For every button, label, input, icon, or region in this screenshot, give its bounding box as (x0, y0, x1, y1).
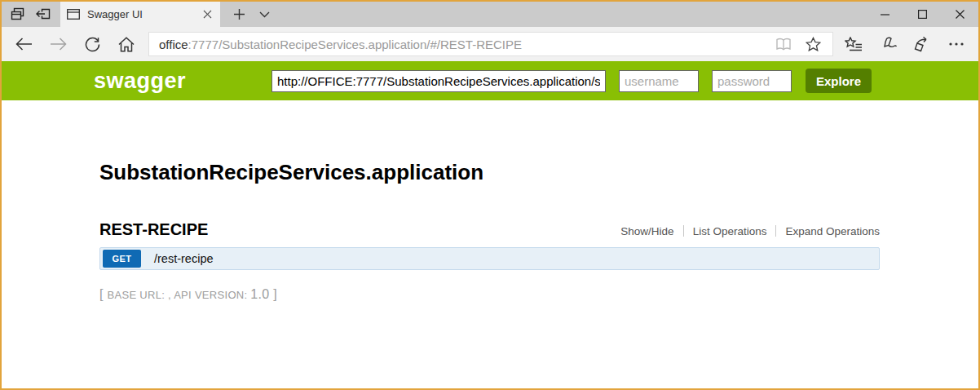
browser-tab[interactable]: Swagger UI (60, 2, 220, 27)
endpoint-row[interactable]: GET /rest-recipe (99, 247, 880, 270)
set-tabs-aside-button[interactable] (30, 2, 55, 27)
tab-preview-button[interactable] (5, 2, 30, 27)
maximize-button[interactable] (903, 2, 941, 27)
tab-list-button[interactable] (252, 2, 277, 27)
show-hide-link[interactable]: Show/Hide (620, 225, 673, 237)
window-controls (866, 2, 978, 27)
favorite-star-icon (806, 37, 821, 51)
page-icon (67, 9, 80, 20)
minimize-icon (881, 14, 890, 16)
add-favorite-button[interactable] (798, 37, 828, 51)
swagger-api-form: Explore (271, 69, 872, 93)
tab-title: Swagger UI (87, 8, 201, 20)
forward-button[interactable] (41, 27, 75, 61)
api-title: SubstationRecipeServices.application (99, 161, 880, 184)
footer-labels: BASE URL: , API VERSION: (108, 289, 251, 301)
close-window-icon (956, 10, 965, 19)
share-icon (914, 37, 931, 52)
api-url-input[interactable] (271, 70, 606, 92)
password-input[interactable] (712, 70, 792, 92)
explore-button[interactable]: Explore (806, 69, 872, 93)
resource-name[interactable]: REST-RECIPE (99, 220, 208, 239)
swagger-logo: swagger (94, 69, 186, 94)
home-button[interactable] (109, 27, 143, 61)
minimize-button[interactable] (866, 2, 903, 27)
new-tab-button[interactable] (227, 2, 252, 27)
refresh-button[interactable] (75, 27, 109, 61)
address-bar[interactable]: office:7777/SubstationRecipeServices.app… (148, 32, 833, 56)
new-tab-icon (233, 8, 245, 20)
api-version-value: 1.0 (250, 287, 269, 301)
web-note-button[interactable] (871, 27, 905, 61)
back-icon (15, 38, 33, 51)
footer-bracket-open: [ (99, 287, 108, 301)
titlebar: Swagger UI (2, 2, 978, 27)
tab-list-chevron-icon (259, 11, 270, 18)
more-button[interactable] (939, 27, 973, 61)
username-input[interactable] (619, 70, 699, 92)
expand-operations-link[interactable]: Expand Operations (785, 225, 880, 237)
forward-icon (50, 38, 67, 51)
resource-links: Show/Hide List Operations Expand Operati… (620, 225, 880, 237)
address-path: :7777/SubstationRecipeServices.applicati… (188, 38, 522, 51)
browser-window: Swagger UI (0, 0, 980, 390)
reading-view-button[interactable] (769, 38, 798, 51)
resource-section-header: REST-RECIPE Show/Hide List Operations Ex… (99, 220, 880, 239)
address-host: office (159, 38, 188, 51)
http-method-badge[interactable]: GET (103, 250, 141, 268)
hub-icon (845, 37, 863, 51)
list-operations-link[interactable]: List Operations (693, 225, 767, 237)
maximize-icon (918, 10, 927, 19)
link-divider (683, 225, 684, 237)
reading-view-icon (775, 38, 792, 51)
hub-button[interactable] (837, 27, 871, 61)
footer-bracket-close: ] (270, 287, 278, 301)
address-url[interactable]: office:7777/SubstationRecipeServices.app… (159, 38, 769, 51)
set-tabs-aside-icon (36, 8, 51, 21)
tab-preview-icon (11, 7, 24, 21)
base-url-line: [ BASE URL: , API VERSION: 1.0 ] (99, 287, 880, 302)
web-note-pen-icon (879, 37, 897, 51)
close-window-button[interactable] (941, 2, 978, 27)
home-icon (118, 37, 135, 52)
endpoint-path-link[interactable]: /rest-recipe (154, 252, 214, 265)
navigation-bar: office:7777/SubstationRecipeServices.app… (2, 27, 978, 61)
swagger-page-content: SubstationRecipeServices.application RES… (2, 100, 978, 388)
swagger-header: swagger Explore (2, 61, 978, 100)
share-button[interactable] (905, 27, 939, 61)
close-tab-icon[interactable] (201, 8, 214, 20)
refresh-icon (85, 37, 100, 52)
link-divider (775, 225, 776, 237)
more-ellipsis-icon (949, 42, 964, 46)
back-button[interactable] (7, 27, 41, 61)
